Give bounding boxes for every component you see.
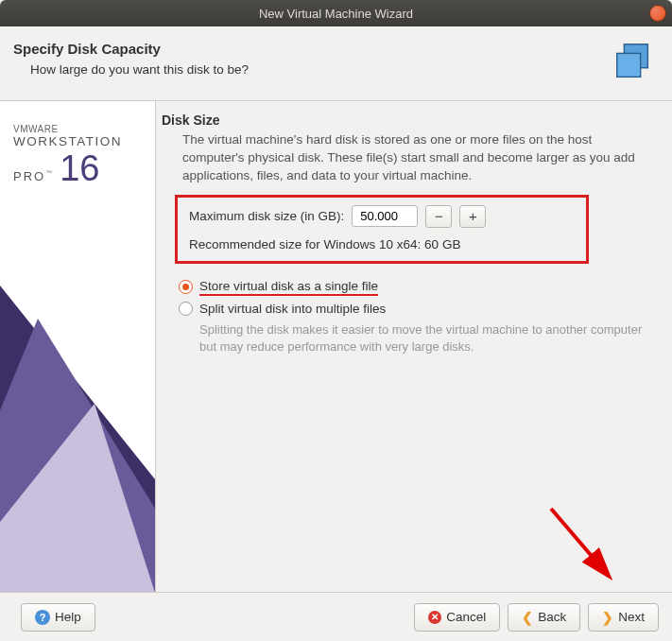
max-disk-input[interactable] <box>352 205 418 227</box>
radio-icon <box>179 280 193 294</box>
content-panel: Disk Size The virtual machine's hard dis… <box>155 101 672 602</box>
next-button[interactable]: ❯ Next <box>588 603 659 632</box>
back-button[interactable]: ❮ Back <box>508 603 580 632</box>
cancel-icon: ✕ <box>428 611 441 624</box>
brand-pro: PRO™ <box>13 168 52 183</box>
svg-rect-1 <box>617 53 641 77</box>
help-icon: ? <box>35 610 50 625</box>
radio-single-file[interactable]: Store virtual disk as a single file <box>179 279 655 296</box>
cancel-button[interactable]: ✕ Cancel <box>414 603 500 632</box>
recommended-size: Recommended size for Windows 10 x64: 60 … <box>189 237 575 251</box>
highlight-box: Maximum disk size (in GB): − + Recommend… <box>175 195 589 264</box>
split-help-text: Splitting the disk makes it easier to mo… <box>199 321 655 355</box>
brand-vmware: VMWARE <box>13 124 146 134</box>
max-disk-label: Maximum disk size (in GB): <box>189 209 344 223</box>
radio-split-files[interactable]: Split virtual disk into multiple files <box>179 302 655 316</box>
brand-sidebar: VMWARE WORKSTATION PRO™ 16 <box>0 101 155 602</box>
main-content: VMWARE WORKSTATION PRO™ 16 Disk Size The… <box>0 101 672 602</box>
chevron-right-icon: ❯ <box>602 610 613 625</box>
brand-workstation: WORKSTATION <box>13 134 146 148</box>
increase-button[interactable]: + <box>459 205 486 228</box>
wizard-header: Specify Disk Capacity How large do you w… <box>0 26 672 101</box>
disk-store-options: Store virtual disk as a single file Spli… <box>179 279 655 355</box>
disk-icon <box>612 41 655 87</box>
help-button[interactable]: ? Help <box>21 603 95 632</box>
radio-split-label: Split virtual disk into multiple files <box>199 302 386 316</box>
radio-single-label: Store virtual disk as a single file <box>199 279 378 296</box>
page-title: Specify Disk Capacity <box>13 41 612 57</box>
wizard-footer: ? Help ✕ Cancel ❮ Back ❯ Next <box>0 592 672 641</box>
brand-decoration <box>0 262 155 602</box>
chevron-left-icon: ❮ <box>522 610 533 625</box>
disk-size-description: The virtual machine's hard disk is store… <box>182 131 655 185</box>
page-subtitle: How large do you want this disk to be? <box>30 62 612 77</box>
disk-size-title: Disk Size <box>162 113 655 128</box>
close-button[interactable] <box>649 5 666 22</box>
decrease-button[interactable]: − <box>425 205 452 228</box>
titlebar: New Virtual Machine Wizard <box>0 0 672 26</box>
window-title: New Virtual Machine Wizard <box>259 7 413 21</box>
brand-version: 16 <box>60 148 99 189</box>
radio-icon <box>179 302 193 316</box>
